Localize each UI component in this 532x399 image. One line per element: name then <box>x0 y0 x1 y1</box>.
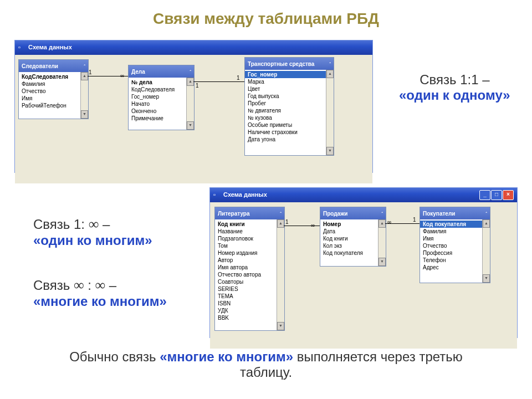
table-vehicles[interactable]: Транспортные средстваˆ Гос_номер Марка Ц… <box>244 57 334 156</box>
scrollbar[interactable]: ▲▼ <box>80 72 88 119</box>
th-1: Следователи <box>22 63 58 69</box>
title-1: Схема данных <box>28 44 72 50</box>
field[interactable]: Отчество <box>19 88 88 95</box>
field[interactable]: Год выпуска <box>245 93 334 100</box>
field[interactable]: Код книги <box>320 235 386 242</box>
field[interactable]: Начато <box>129 100 194 108</box>
field[interactable]: Номер <box>320 221 386 228</box>
field[interactable]: Профессия <box>420 249 490 257</box>
scrollbar[interactable]: ▲▼ <box>277 219 284 330</box>
field[interactable]: Номер издания <box>215 249 284 257</box>
db-icon: ▫ <box>18 44 26 52</box>
scroll-down-icon[interactable]: ▼ <box>277 322 284 330</box>
field[interactable]: РабочийТелефон <box>19 102 88 109</box>
th-sales: Продажи <box>323 211 347 217</box>
field[interactable]: Телефон <box>420 257 490 264</box>
th-lit: Литература <box>218 211 250 217</box>
table-sales[interactable]: Продажиˆ Номер Дата Код книги Кол экз Ко… <box>320 207 386 267</box>
schema-window-2: ▫Схема данных _ □ × Литератураˆ Код книг… <box>209 187 518 338</box>
collapse-icon[interactable]: ˆ <box>190 69 191 74</box>
field[interactable]: Подзаголовок <box>215 235 284 242</box>
caption-inf-inf: Связь ∞ : ∞ – «многие ко многим» <box>33 277 167 309</box>
field[interactable]: КодСледователя <box>19 73 88 80</box>
field[interactable]: Пробег <box>245 100 334 107</box>
collapse-icon[interactable]: ˆ <box>84 64 85 69</box>
caption-1-inf: Связь 1: ∞ – «один ко многим» <box>33 216 152 248</box>
scrollbar[interactable]: ▲▼ <box>378 219 386 266</box>
caption-1-1: Связь 1:1 –«один к одному» <box>399 72 510 103</box>
field[interactable]: Имя <box>420 235 490 242</box>
relation-label-many: ∞ <box>387 219 391 225</box>
scroll-up-icon[interactable]: ▲ <box>277 219 284 228</box>
field[interactable]: Соавторы <box>215 278 284 285</box>
field[interactable]: Название <box>215 228 284 235</box>
field[interactable]: № двигателя <box>245 107 334 114</box>
field[interactable]: Код книги <box>215 221 284 228</box>
relation-label-one: 1 <box>413 217 416 223</box>
scroll-up-icon[interactable]: ▲ <box>326 70 334 78</box>
relation-line <box>193 81 244 82</box>
field[interactable]: Автор <box>215 257 284 264</box>
table-literature[interactable]: Литератураˆ Код книги Название Подзаголо… <box>214 207 285 331</box>
titlebar-1[interactable]: ▫Схема данных <box>15 40 372 55</box>
table-investigators[interactable]: Следователиˆ КодСледователя Фамилия Отче… <box>18 59 89 119</box>
field[interactable]: Примечание <box>129 115 194 122</box>
field[interactable]: УДК <box>215 307 284 314</box>
field[interactable]: Отчество <box>420 242 490 249</box>
close-button[interactable]: × <box>503 190 514 200</box>
field[interactable]: КодСледователя <box>129 86 194 93</box>
relation-label-one: 1 <box>196 83 199 89</box>
scroll-down-icon[interactable]: ▼ <box>81 110 88 119</box>
scroll-down-icon[interactable]: ▼ <box>326 147 334 155</box>
table-cases[interactable]: Делаˆ № дела КодСледователя Гос_номер На… <box>128 65 195 130</box>
collapse-icon[interactable]: ˆ <box>329 62 331 66</box>
collapse-icon[interactable]: ˆ <box>381 211 383 216</box>
db-icon: ▫ <box>213 191 221 199</box>
relation-label-many: ∞ <box>311 222 315 228</box>
field[interactable]: Гос_номер <box>245 71 334 78</box>
schema-window-1: ▫Схема данных Следователиˆ КодСледовател… <box>14 40 373 173</box>
field[interactable]: Имя <box>19 95 88 102</box>
collapse-icon[interactable]: ˆ <box>485 211 487 216</box>
field[interactable]: Дата угона <box>245 136 334 143</box>
table-buyers[interactable]: Покупателиˆ Код покупателя Фамилия Имя О… <box>420 207 490 283</box>
collapse-icon[interactable]: ˆ <box>280 211 282 216</box>
scroll-down-icon[interactable]: ▼ <box>187 121 194 130</box>
field[interactable]: Фамилия <box>420 228 490 235</box>
relation-label-one: 1 <box>285 219 289 225</box>
slide-title: Связи между таблицами РБД <box>0 0 532 32</box>
field[interactable]: Кол экз <box>320 242 386 249</box>
field[interactable]: № кузова <box>245 114 334 121</box>
field[interactable]: Фамилия <box>19 80 88 88</box>
field[interactable]: SERIES <box>215 285 284 293</box>
th-2: Дела <box>131 69 145 75</box>
field[interactable]: Отчество автора <box>215 271 284 278</box>
scrollbar[interactable]: ▲▼ <box>482 219 490 283</box>
field[interactable]: Особые приметы <box>245 121 334 129</box>
scrollbar[interactable]: ▲▼ <box>186 78 194 130</box>
scroll-down-icon[interactable]: ▼ <box>483 274 490 283</box>
th-3: Транспортные средства <box>248 61 314 67</box>
field[interactable]: Наличие страховки <box>245 129 334 136</box>
field[interactable]: TEMA <box>215 293 284 300</box>
field[interactable]: Код покупателя <box>420 221 490 228</box>
field[interactable]: Гос_номер <box>129 93 194 100</box>
minimize-button[interactable]: _ <box>479 190 490 200</box>
scrollbar[interactable]: ▲▼ <box>326 70 334 155</box>
scroll-down-icon[interactable]: ▼ <box>378 258 386 266</box>
field[interactable]: № дела <box>129 79 194 86</box>
field[interactable]: Адрес <box>420 264 490 271</box>
field[interactable]: Дата <box>320 228 386 235</box>
field[interactable]: Код покупателя <box>320 249 386 257</box>
field[interactable]: BBK <box>215 314 284 321</box>
relation-label-one: 1 <box>237 75 240 81</box>
field[interactable]: Марка <box>245 78 334 85</box>
field[interactable]: Цвет <box>245 85 334 93</box>
field[interactable]: Том <box>215 242 284 249</box>
field[interactable]: Окончено <box>129 108 194 115</box>
field[interactable]: ISBN <box>215 300 284 307</box>
titlebar-2[interactable]: ▫Схема данных _ □ × <box>210 188 517 202</box>
field[interactable]: Имя автора <box>215 264 284 271</box>
maximize-button[interactable]: □ <box>491 190 502 200</box>
scroll-up-icon[interactable]: ▲ <box>483 219 490 228</box>
